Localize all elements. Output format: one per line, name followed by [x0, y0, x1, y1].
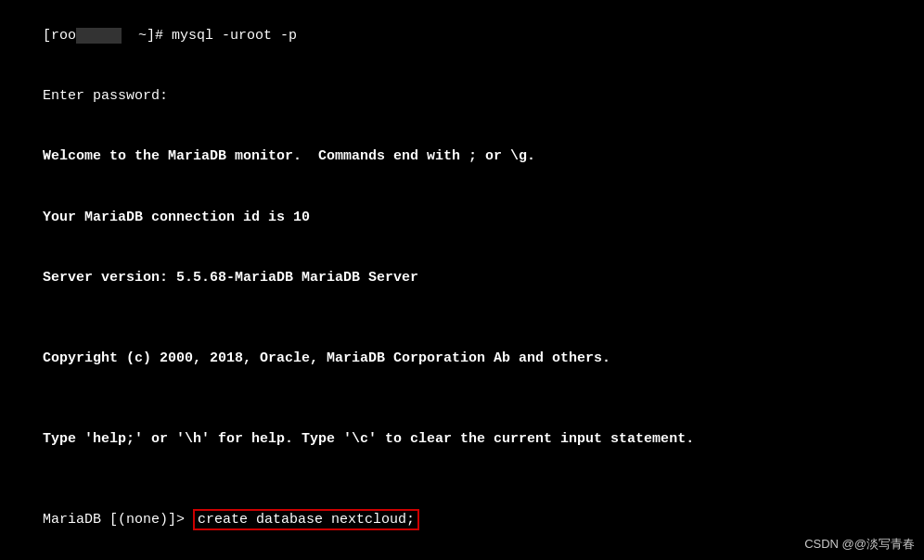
line-11: MariaDB [(none)]> create database nextcl…	[9, 490, 915, 550]
cmd-create-db: create database nextcloud;	[193, 509, 419, 530]
terminal-window: [roo ~]# mysql -uroot -p Enter password:…	[0, 0, 924, 560]
line-8	[9, 388, 915, 409]
line-12: Query OK, 1 row affected (0.00 sec)	[9, 550, 915, 560]
line-2: Enter password:	[9, 66, 915, 126]
prompt-11: MariaDB [(none)]>	[43, 512, 193, 528]
line-10	[9, 469, 915, 490]
line-6	[9, 308, 915, 328]
line-5: Server version: 5.5.68-MariaDB MariaDB S…	[9, 248, 915, 308]
line-9: Type 'help;' or '\h' for help. Type '\c'…	[9, 409, 915, 469]
line-3: Welcome to the MariaDB monitor. Commands…	[9, 127, 915, 187]
line-1: [roo ~]# mysql -uroot -p	[9, 6, 915, 66]
prompt-1: [roo ~]# mysql -uroot -p	[43, 28, 297, 44]
line-7: Copyright (c) 2000, 2018, Oracle, MariaD…	[9, 328, 915, 388]
csdn-label: CSDN @@淡写青春	[804, 536, 915, 553]
line-4: Your MariaDB connection id is 10	[9, 187, 915, 248]
